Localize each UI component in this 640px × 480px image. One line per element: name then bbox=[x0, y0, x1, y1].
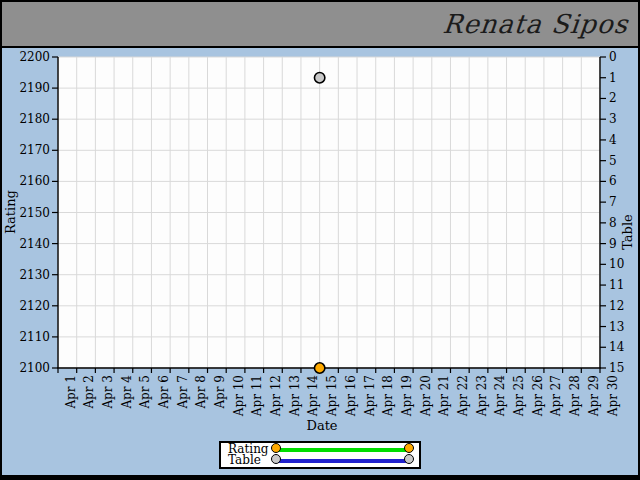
x-axis-tick-label: Apr 19 bbox=[401, 375, 414, 419]
x-axis-tick-label: Apr 1 bbox=[65, 375, 78, 419]
left-axis-tick-label: 2120 bbox=[10, 298, 50, 314]
right-axis-tick-label: 5 bbox=[609, 153, 639, 169]
x-axis-tick-label: Apr 29 bbox=[588, 375, 601, 419]
x-axis-tick-label: Apr 3 bbox=[102, 375, 115, 419]
right-axis-tick-label: 14 bbox=[609, 339, 639, 355]
x-axis-tick-label: Apr 25 bbox=[513, 375, 526, 419]
right-axis-tick-label: 12 bbox=[609, 298, 639, 314]
right-axis-tick-label: 8 bbox=[609, 215, 639, 231]
x-axis-tick-label: Apr 12 bbox=[270, 375, 283, 419]
left-axis-tick-label: 2180 bbox=[10, 111, 50, 127]
x-axis-tick-label: Apr 22 bbox=[457, 375, 470, 419]
x-axis-tick-label: Apr 11 bbox=[251, 375, 264, 419]
legend-label-table: Table bbox=[228, 454, 261, 467]
x-axis-title: Date bbox=[292, 419, 352, 433]
right-axis-tick-label: 11 bbox=[609, 277, 639, 293]
left-axis-tick-label: 2160 bbox=[10, 173, 50, 189]
legend-swatch-table bbox=[273, 455, 412, 466]
legend-marker-table bbox=[404, 454, 414, 464]
x-axis-tick-label: Apr 13 bbox=[289, 375, 302, 419]
x-axis-tick-label: Apr 18 bbox=[382, 375, 395, 419]
data-point-table bbox=[314, 73, 324, 83]
chart-area: Rating Table Date RatingTable 2100211021… bbox=[2, 2, 638, 475]
legend-marker-table bbox=[271, 454, 281, 464]
x-axis-tick-label: Apr 16 bbox=[345, 375, 358, 419]
legend-line-sample bbox=[278, 459, 407, 463]
x-axis-tick-label: Apr 6 bbox=[158, 375, 171, 419]
left-axis-tick-label: 2130 bbox=[10, 267, 50, 283]
right-axis-tick-label: 2 bbox=[609, 90, 639, 106]
right-axis-tick-label: 15 bbox=[609, 360, 639, 376]
x-axis-tick-label: Apr 2 bbox=[83, 375, 96, 419]
x-axis-tick-label: Apr 9 bbox=[214, 375, 227, 419]
x-axis-tick-label: Apr 26 bbox=[532, 375, 545, 419]
right-axis-tick-label: 0 bbox=[609, 49, 639, 65]
x-axis-tick-label: Apr 27 bbox=[550, 375, 563, 419]
x-axis-tick-label: Apr 30 bbox=[607, 375, 620, 419]
x-axis-tick-label: Apr 8 bbox=[195, 375, 208, 419]
left-axis-tick-label: 2140 bbox=[10, 236, 50, 252]
x-axis-tick-label: Apr 28 bbox=[569, 375, 582, 419]
left-axis-tick-label: 2110 bbox=[10, 329, 50, 345]
right-axis-tick-label: 1 bbox=[609, 70, 639, 86]
chart-window: Renata Sipos Rating Table Date RatingTab… bbox=[0, 0, 640, 480]
x-axis-tick-label: Apr 20 bbox=[420, 375, 433, 419]
right-axis-tick-label: 3 bbox=[609, 111, 639, 127]
right-axis-tick-label: 6 bbox=[609, 173, 639, 189]
data-point-rating bbox=[314, 363, 324, 373]
left-axis-tick-label: 2100 bbox=[10, 360, 50, 376]
x-axis-tick-label: Apr 21 bbox=[438, 375, 451, 419]
left-axis-tick-label: 2150 bbox=[10, 205, 50, 221]
x-axis-tick-label: Apr 7 bbox=[177, 375, 190, 419]
x-axis-tick-label: Apr 10 bbox=[233, 375, 246, 419]
legend-marker-rating bbox=[271, 443, 281, 453]
x-axis-tick-label: Apr 17 bbox=[364, 375, 377, 419]
left-axis-tick-label: 2200 bbox=[10, 49, 50, 65]
x-axis-tick-label: Apr 14 bbox=[307, 375, 320, 419]
right-axis-tick-label: 10 bbox=[609, 256, 639, 272]
x-axis-tick-label: Apr 24 bbox=[494, 375, 507, 419]
right-axis-tick-label: 9 bbox=[609, 236, 639, 252]
left-axis-tick-label: 2170 bbox=[10, 142, 50, 158]
legend-swatch-rating bbox=[273, 444, 412, 455]
x-axis-tick-label: Apr 23 bbox=[476, 375, 489, 419]
legend-line-sample bbox=[278, 448, 407, 452]
legend-box: RatingTable bbox=[219, 441, 421, 469]
left-axis-tick-label: 2190 bbox=[10, 80, 50, 96]
right-axis-tick-label: 4 bbox=[609, 132, 639, 148]
right-axis-tick-label: 13 bbox=[609, 319, 639, 335]
right-axis-title: Table bbox=[621, 202, 635, 262]
right-axis-tick-label: 7 bbox=[609, 194, 639, 210]
x-axis-tick-label: Apr 4 bbox=[121, 375, 134, 419]
legend-row-table: Table bbox=[221, 455, 419, 466]
x-axis-tick-label: Apr 15 bbox=[326, 375, 339, 419]
x-axis-tick-label: Apr 5 bbox=[139, 375, 152, 419]
legend-marker-rating bbox=[404, 443, 414, 453]
